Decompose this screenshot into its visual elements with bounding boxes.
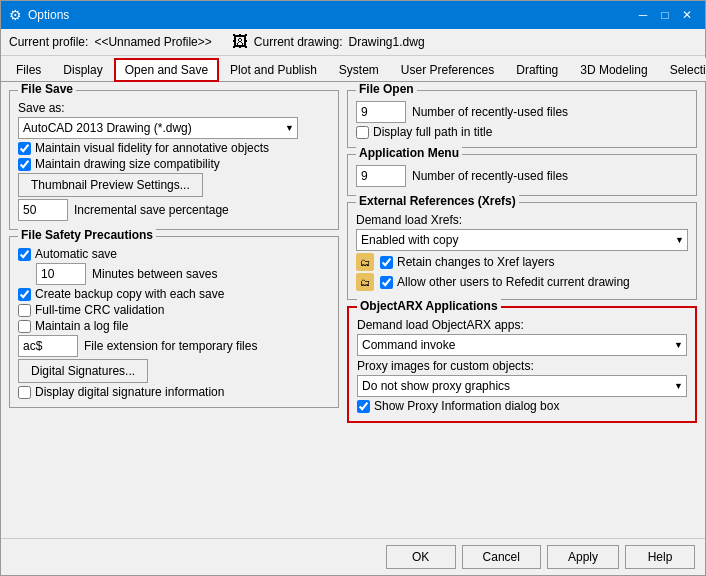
allow-others-row: 🗂 Allow other users to Refedit current d…: [356, 273, 688, 291]
tab-display[interactable]: Display: [52, 58, 113, 81]
create-backup-checkbox[interactable]: [18, 288, 31, 301]
thumbnail-btn[interactable]: Thumbnail Preview Settings...: [18, 173, 203, 197]
show-proxy-checkbox[interactable]: [357, 400, 370, 413]
file-open-group: File Open Number of recently-used files …: [347, 90, 697, 148]
xref-icon-2: 🗂: [356, 273, 374, 291]
cancel-button[interactable]: Cancel: [462, 545, 541, 569]
file-safety-title: File Safety Precautions: [18, 228, 156, 242]
fulltime-crc-label: Full-time CRC validation: [18, 303, 330, 317]
maximize-button[interactable]: □: [655, 5, 675, 25]
title-icon: ⚙: [9, 7, 22, 23]
title-bar-left: ⚙ Options: [9, 7, 69, 23]
close-button[interactable]: ✕: [677, 5, 697, 25]
maintain-drawing-checkbox[interactable]: [18, 158, 31, 171]
current-drawing-label: Current drawing:: [254, 35, 343, 49]
ok-button[interactable]: OK: [386, 545, 456, 569]
apply-button[interactable]: Apply: [547, 545, 619, 569]
fulltime-crc-checkbox[interactable]: [18, 304, 31, 317]
file-open-title: File Open: [356, 82, 417, 96]
app-menu-content: Number of recently-used files: [356, 165, 688, 187]
save-as-row: Save as:: [18, 101, 330, 115]
maintain-drawing-label: Maintain drawing size compatibility: [18, 157, 330, 171]
demand-load-arx-label: Demand load ObjectARX apps:: [357, 318, 687, 332]
digital-sign-btn[interactable]: Digital Signatures...: [18, 359, 148, 383]
retain-changes-checkbox[interactable]: [380, 256, 393, 269]
incremental-label: Incremental save percentage: [74, 203, 229, 217]
maintain-log-checkbox[interactable]: [18, 320, 31, 333]
tab-plot-publish[interactable]: Plot and Publish: [219, 58, 328, 81]
proxy-images-label: Proxy images for custom objects:: [357, 359, 687, 373]
help-button[interactable]: Help: [625, 545, 695, 569]
xref-content: Demand load Xrefs: Enabled with copy Dis…: [356, 213, 688, 291]
object-arx-title: ObjectARX Applications: [357, 299, 501, 313]
title-controls: ─ □ ✕: [633, 5, 697, 25]
display-full-path-checkbox[interactable]: [356, 126, 369, 139]
maintain-visual-label: Maintain visual fidelity for annotative …: [18, 141, 330, 155]
save-as-label: Save as:: [18, 101, 65, 115]
drawing-section: 🖼 Current drawing: Drawing1.dwg: [232, 33, 425, 51]
current-profile-label: Current profile:: [9, 35, 88, 49]
auto-save-checkbox[interactable]: [18, 248, 31, 261]
app-recent-files-row: Number of recently-used files: [356, 165, 688, 187]
current-profile-value: <<Unnamed Profile>>: [94, 35, 211, 49]
demand-load-xref-wrapper: Enabled with copy Disabled Enabled: [356, 229, 688, 251]
proxy-images-select[interactable]: Do not show proxy graphics Show proxy gr…: [357, 375, 687, 397]
profile-section: Current profile: <<Unnamed Profile>>: [9, 35, 212, 49]
tab-files[interactable]: Files: [5, 58, 52, 81]
tab-system[interactable]: System: [328, 58, 390, 81]
save-as-select[interactable]: AutoCAD 2013 Drawing (*.dwg): [18, 117, 298, 139]
minimize-button[interactable]: ─: [633, 5, 653, 25]
display-digital-checkbox[interactable]: [18, 386, 31, 399]
recent-files-row: Number of recently-used files: [356, 101, 688, 123]
current-drawing-value: Drawing1.dwg: [349, 35, 425, 49]
auto-save-label: Automatic save: [18, 247, 330, 261]
bottom-bar: OK Cancel Apply Help: [1, 538, 705, 575]
file-open-content: Number of recently-used files Display fu…: [356, 101, 688, 139]
minutes-label: Minutes between saves: [92, 267, 217, 281]
content-area: File Save Save as: AutoCAD 2013 Drawing …: [1, 82, 705, 538]
left-panel: File Save Save as: AutoCAD 2013 Drawing …: [9, 90, 339, 530]
file-save-content: Save as: AutoCAD 2013 Drawing (*.dwg) Ma…: [18, 101, 330, 221]
title-bar: ⚙ Options ─ □ ✕: [1, 1, 705, 29]
app-recent-files-input[interactable]: [356, 165, 406, 187]
options-dialog: ⚙ Options ─ □ ✕ Current profile: <<Unnam…: [0, 0, 706, 576]
demand-load-xref-select[interactable]: Enabled with copy Disabled Enabled: [356, 229, 688, 251]
demand-load-xref-label: Demand load Xrefs:: [356, 213, 688, 227]
window-title: Options: [28, 8, 69, 22]
file-ext-row: File extension for temporary files: [18, 335, 330, 357]
tab-open-save[interactable]: Open and Save: [114, 58, 219, 82]
app-recent-files-label: Number of recently-used files: [412, 169, 568, 183]
xref-group: External References (Xrefs) Demand load …: [347, 202, 697, 300]
display-digital-label: Display digital signature information: [18, 385, 330, 399]
xref-icon-1: 🗂: [356, 253, 374, 271]
recent-files-label: Number of recently-used files: [412, 105, 568, 119]
demand-load-arx-wrapper: Command invoke Object detect Object dete…: [357, 334, 687, 356]
app-menu-group: Application Menu Number of recently-used…: [347, 154, 697, 196]
drawing-icon: 🖼: [232, 33, 248, 51]
tab-user-preferences[interactable]: User Preferences: [390, 58, 505, 81]
tab-drafting[interactable]: Drafting: [505, 58, 569, 81]
incremental-input[interactable]: [18, 199, 68, 221]
tab-selection[interactable]: Selection: [659, 58, 706, 81]
file-ext-label: File extension for temporary files: [84, 339, 257, 353]
file-safety-group: File Safety Precautions Automatic save M…: [9, 236, 339, 408]
app-menu-title: Application Menu: [356, 146, 462, 160]
file-save-group: File Save Save as: AutoCAD 2013 Drawing …: [9, 90, 339, 230]
thumbnail-row: Thumbnail Preview Settings...: [18, 173, 330, 197]
save-as-dropdown-row: AutoCAD 2013 Drawing (*.dwg): [18, 117, 330, 139]
create-backup-label: Create backup copy with each save: [18, 287, 330, 301]
tab-3d-modeling[interactable]: 3D Modeling: [569, 58, 658, 81]
incremental-row: Incremental save percentage: [18, 199, 330, 221]
recent-files-input[interactable]: [356, 101, 406, 123]
allow-others-checkbox[interactable]: [380, 276, 393, 289]
object-arx-group: ObjectARX Applications Demand load Objec…: [347, 306, 697, 423]
digital-sign-row: Digital Signatures...: [18, 359, 330, 383]
xref-title: External References (Xrefs): [356, 194, 519, 208]
demand-load-arx-select[interactable]: Command invoke Object detect Object dete…: [357, 334, 687, 356]
maintain-log-label: Maintain a log file: [18, 319, 330, 333]
maintain-visual-checkbox[interactable]: [18, 142, 31, 155]
minutes-input[interactable]: [36, 263, 86, 285]
file-ext-input[interactable]: [18, 335, 78, 357]
file-safety-content: Automatic save Minutes between saves Cre…: [18, 247, 330, 399]
file-save-title: File Save: [18, 82, 76, 96]
